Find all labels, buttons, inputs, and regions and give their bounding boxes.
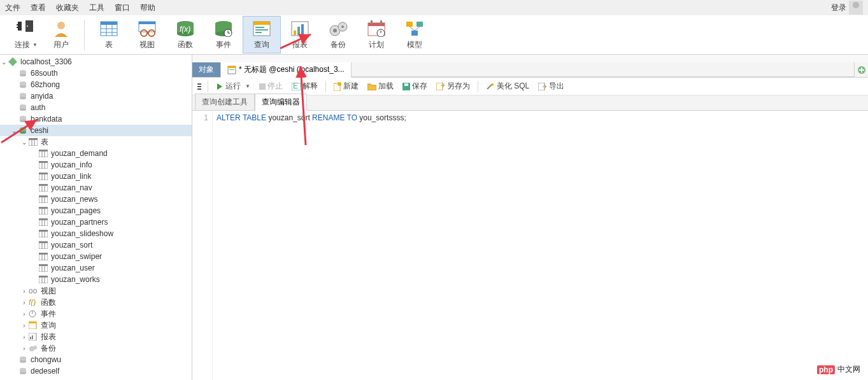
- stop-button[interactable]: 停止: [255, 80, 287, 93]
- connection-button[interactable]: 连接▼: [5, 16, 43, 53]
- menu-view[interactable]: 查看: [31, 3, 46, 13]
- svg-rect-76: [39, 150, 48, 151]
- action-label: 解释: [302, 81, 318, 92]
- menu-tools[interactable]: 工具: [89, 3, 104, 13]
- login-label: 登录: [831, 3, 846, 13]
- connection-icon: [17, 19, 36, 38]
- tree-folder-report[interactable]: ›报表: [0, 331, 192, 342]
- tree-table-youzan_pages[interactable]: youzan_pages: [0, 205, 192, 216]
- svg-point-58: [20, 85, 26, 88]
- tree-folder-backup[interactable]: ›备份: [0, 342, 192, 354]
- tree-db-chongwu[interactable]: chongwu: [0, 354, 192, 365]
- tree-label: youzan_news: [51, 195, 97, 204]
- schedule-button[interactable]: 计划: [357, 16, 395, 53]
- svg-rect-112: [39, 253, 48, 255]
- new-tab-button[interactable]: [854, 62, 868, 77]
- load-button[interactable]: 加载: [364, 80, 397, 93]
- table-icon: [38, 263, 48, 273]
- tree-db-68south[interactable]: 68south: [0, 67, 192, 79]
- menu-icon[interactable]: [195, 83, 204, 90]
- user-button[interactable]: 用户: [43, 16, 79, 53]
- toolbar-label: 模型: [407, 39, 422, 50]
- model-button[interactable]: 模型: [395, 16, 434, 53]
- action-label: 新建: [343, 81, 359, 92]
- tree-folder-view[interactable]: ›oo视图: [0, 285, 192, 297]
- view-icon: [138, 19, 157, 38]
- tree-db-auth[interactable]: auth: [0, 102, 192, 113]
- tab-objects[interactable]: 对象: [192, 62, 221, 77]
- tree-tables-folder[interactable]: ⌄表: [0, 136, 192, 148]
- tree-db-bankdata[interactable]: bankdata: [0, 113, 192, 125]
- table-icon: [38, 194, 48, 204]
- tree-db-68zhong[interactable]: 68zhong: [0, 79, 192, 90]
- tree-table-youzan_link[interactable]: youzan_link: [0, 171, 192, 182]
- svg-rect-52: [8, 57, 17, 66]
- tree-folder-query[interactable]: ›查询: [0, 320, 192, 331]
- tab-current-query[interactable]: * 无标题 @ceshi (localhost_3...: [221, 62, 352, 78]
- backup-button[interactable]: 备份: [319, 16, 357, 53]
- tree-db-anyida[interactable]: anyida: [0, 90, 192, 102]
- plus-icon: [857, 66, 866, 74]
- folder-icon: [367, 83, 376, 90]
- tab-query-builder[interactable]: 查询创建工具: [195, 94, 255, 110]
- tree-label: youzan_link: [51, 172, 91, 181]
- table-icon: [38, 206, 48, 216]
- query-button[interactable]: 查询: [243, 16, 281, 53]
- tree-label: youzan_slideshow: [51, 229, 113, 238]
- menu-favorites[interactable]: 收藏夹: [56, 3, 79, 13]
- database-icon: [18, 366, 28, 376]
- tree-table-youzan_news[interactable]: youzan_news: [0, 194, 192, 205]
- view-button[interactable]: 视图: [128, 16, 166, 53]
- svg-rect-131: [32, 335, 33, 339]
- backup-icon: [329, 19, 348, 38]
- tree-table-youzan_sort[interactable]: youzan_sort: [0, 239, 192, 251]
- explain-button[interactable]: E 解释: [288, 80, 322, 93]
- tree-table-youzan_partners[interactable]: youzan_partners: [0, 216, 192, 228]
- new-button[interactable]: 新建: [330, 80, 362, 93]
- action-label: 导出: [549, 81, 564, 92]
- svg-rect-33: [294, 31, 296, 35]
- function-button[interactable]: f(x)函数: [166, 16, 204, 53]
- table-button[interactable]: 表: [90, 16, 128, 53]
- beautify-button[interactable]: 美化 SQL: [482, 80, 533, 93]
- run-button[interactable]: 运行 ▼: [212, 80, 254, 93]
- tree-table-youzan_info[interactable]: youzan_info: [0, 159, 192, 171]
- tree-table-youzan_slideshow[interactable]: youzan_slideshow: [0, 228, 192, 239]
- tab-query-editor[interactable]: 查询编辑器: [255, 94, 307, 111]
- tree-table-youzan_swiper[interactable]: youzan_swiper: [0, 251, 192, 262]
- menu-help[interactable]: 帮助: [140, 3, 155, 13]
- event-button[interactable]: 事件: [204, 16, 243, 53]
- tree-connection[interactable]: ⌄localhost_3306: [0, 56, 192, 67]
- menu-window[interactable]: 窗口: [115, 3, 130, 13]
- tree-label: anyida: [31, 92, 53, 101]
- report-button[interactable]: 报表: [281, 16, 319, 53]
- tree-caret-icon: ›: [20, 322, 28, 329]
- play-icon: [216, 83, 224, 90]
- sql-editor[interactable]: 1 ALTER TABLE youzan_sort RENAME TO you_…: [192, 111, 868, 380]
- export-button[interactable]: 导出: [534, 80, 568, 93]
- tree-table-youzan_demand[interactable]: youzan_demand: [0, 148, 192, 159]
- line-number: 1: [192, 113, 208, 122]
- svg-rect-84: [39, 172, 48, 174]
- tree-folder-fx[interactable]: ›f()函数: [0, 297, 192, 308]
- action-label: 停止: [267, 81, 283, 92]
- tree-folder-event[interactable]: ›事件: [0, 308, 192, 320]
- tree-table-youzan_nav[interactable]: youzan_nav: [0, 182, 192, 194]
- tree-table-youzan_works[interactable]: youzan_works: [0, 274, 192, 285]
- tree-db-ceshi[interactable]: ⌄ceshi: [0, 125, 192, 136]
- tree-db-dedeself[interactable]: dedeself: [0, 365, 192, 377]
- tree-table-youzan_user[interactable]: youzan_user: [0, 262, 192, 274]
- code-area[interactable]: ALTER TABLE youzan_sort RENAME TO you_so…: [213, 111, 868, 380]
- table-icon: [38, 148, 48, 158]
- svg-rect-130: [30, 337, 31, 339]
- brand-label: 中文网: [837, 364, 860, 375]
- tree-label: youzan_works: [51, 275, 100, 284]
- save-button[interactable]: 保存: [399, 80, 431, 93]
- login-link[interactable]: 登录: [831, 1, 863, 15]
- saveas-button[interactable]: 另存为: [432, 80, 474, 93]
- tab-label: * 无标题 @ceshi (localhost_3...: [239, 64, 345, 75]
- menu-file[interactable]: 文件: [5, 3, 20, 13]
- table-icon: [38, 160, 48, 170]
- svg-rect-100: [39, 218, 48, 220]
- new-icon: [334, 82, 341, 91]
